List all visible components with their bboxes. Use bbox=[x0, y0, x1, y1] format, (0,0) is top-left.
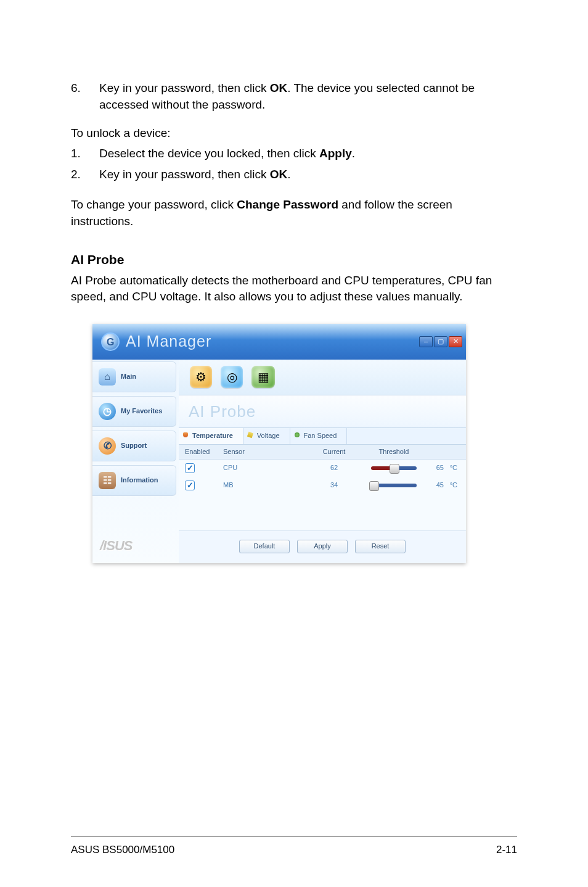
unlock-intro: To unlock a device: bbox=[71, 125, 517, 142]
u2-a: Key in your password, then click bbox=[99, 168, 270, 181]
window-title: AI Manager bbox=[126, 331, 211, 352]
apply-button[interactable]: Apply bbox=[297, 540, 348, 553]
change-bold: Change Password bbox=[237, 198, 338, 211]
tabs: Temperature Voltage Fan Speed bbox=[179, 427, 466, 444]
reset-button[interactable]: Reset bbox=[355, 540, 406, 553]
reset-button-label: Reset bbox=[372, 542, 390, 551]
threshold-slider-cpu[interactable] bbox=[371, 466, 417, 470]
table-row: MB 34 45 °C bbox=[179, 477, 466, 494]
tab-temperature[interactable]: Temperature bbox=[179, 428, 243, 444]
sidebar-item-support[interactable]: ✆ Support bbox=[92, 431, 176, 461]
u1-bold: Apply bbox=[319, 147, 352, 160]
panel-title: AI Probe bbox=[179, 395, 466, 427]
col-current: Current bbox=[297, 447, 371, 456]
current-cpu: 62 bbox=[297, 463, 371, 472]
support-icon: ✆ bbox=[99, 437, 116, 455]
sidebar-label-support: Support bbox=[121, 441, 147, 450]
tab-voltage-label: Voltage bbox=[257, 432, 280, 439]
ai-manager-window: AI Manager – ▢ ✕ ⌂ Main ◷ My Favorites ✆… bbox=[92, 324, 466, 563]
sensor-cpu: CPU bbox=[223, 463, 297, 472]
u2-b: . bbox=[287, 168, 290, 181]
step-6-text: Key in your password, then click OK. The… bbox=[99, 80, 517, 113]
toolbar-icon-3[interactable]: ▦ bbox=[251, 366, 275, 388]
apply-button-label: Apply bbox=[314, 542, 331, 551]
threshold-value-mb: 45 bbox=[417, 481, 444, 490]
tab-voltage[interactable]: Voltage bbox=[243, 428, 290, 444]
sidebar: ⌂ Main ◷ My Favorites ✆ Support ☷ Inform… bbox=[92, 360, 179, 563]
step-6-number: 6. bbox=[71, 80, 99, 113]
unlock-step-2-number: 2. bbox=[71, 167, 99, 183]
close-button[interactable]: ✕ bbox=[449, 336, 462, 347]
current-mb: 34 bbox=[297, 481, 371, 490]
table-row: CPU 62 65 °C bbox=[179, 460, 466, 477]
change-a: To change your password, click bbox=[71, 198, 237, 211]
enabled-checkbox-cpu[interactable] bbox=[185, 463, 195, 473]
window-controls: – ▢ ✕ bbox=[419, 336, 462, 347]
u2-bold: OK bbox=[270, 168, 288, 181]
unit-mb: °C bbox=[444, 481, 457, 490]
toolbar-icon-1[interactable]: ⚙ bbox=[190, 366, 212, 388]
u1-a: Deselect the device you locked, then cli… bbox=[99, 147, 319, 160]
step-6: 6. Key in your password, then click OK. … bbox=[71, 80, 517, 113]
section-description: AI Probe automatically detects the mothe… bbox=[71, 273, 517, 305]
sidebar-item-favorites[interactable]: ◷ My Favorites bbox=[92, 396, 176, 427]
sidebar-label-favorites: My Favorites bbox=[121, 406, 162, 416]
tab-fan-speed[interactable]: Fan Speed bbox=[290, 428, 348, 444]
unlock-step-1-number: 1. bbox=[71, 146, 99, 162]
col-sensor: Sensor bbox=[223, 447, 297, 456]
unlock-step-1: 1. Deselect the device you locked, then … bbox=[71, 146, 517, 162]
col-threshold: Threshold bbox=[371, 447, 417, 456]
table-header: Enabled Sensor Current Threshold bbox=[179, 445, 466, 460]
sensor-mb: MB bbox=[223, 481, 297, 490]
info-icon: ☷ bbox=[99, 472, 116, 489]
brand-logo: /ISUS bbox=[92, 526, 179, 563]
unit-cpu: °C bbox=[444, 463, 457, 472]
sidebar-item-main[interactable]: ⌂ Main bbox=[92, 361, 176, 392]
enabled-checkbox-mb[interactable] bbox=[185, 481, 195, 490]
sidebar-label-main: Main bbox=[121, 372, 136, 381]
tab-temperature-label: Temperature bbox=[192, 432, 233, 439]
step-6-bold: OK bbox=[270, 81, 288, 94]
main-panel: ⚙ ◎ ▦ AI Probe Temperature Voltage Fan S… bbox=[179, 360, 466, 563]
unlock-step-2: 2. Key in your password, then click OK. bbox=[71, 167, 517, 183]
change-password-paragraph: To change your password, click Change Pa… bbox=[71, 197, 517, 229]
footer-left: ASUS BS5000/M5100 bbox=[71, 843, 174, 857]
col-enabled: Enabled bbox=[185, 447, 223, 456]
section-heading: AI Probe bbox=[71, 250, 517, 268]
app-logo-icon bbox=[101, 332, 120, 351]
toolbar: ⚙ ◎ ▦ bbox=[179, 360, 466, 395]
unlock-step-2-text: Key in your password, then click OK. bbox=[99, 167, 517, 183]
default-button-label: Default bbox=[254, 542, 276, 551]
action-button-row: Default Apply Reset bbox=[179, 530, 466, 563]
home-icon: ⌂ bbox=[99, 368, 116, 386]
minimize-button[interactable]: – bbox=[419, 336, 433, 347]
step-6-text-a: Key in your password, then click bbox=[99, 81, 270, 94]
maximize-button[interactable]: ▢ bbox=[434, 336, 447, 347]
toolbar-icon-2[interactable]: ◎ bbox=[221, 366, 243, 388]
clock-icon: ◷ bbox=[99, 403, 116, 420]
footer-right: 2-11 bbox=[496, 843, 517, 857]
tab-fan-label: Fan Speed bbox=[304, 432, 337, 439]
sidebar-item-information[interactable]: ☷ Information bbox=[92, 465, 176, 496]
window-titlebar: AI Manager – ▢ ✕ bbox=[92, 324, 466, 360]
u1-b: . bbox=[352, 147, 355, 160]
default-button[interactable]: Default bbox=[239, 540, 290, 553]
threshold-value-cpu: 65 bbox=[417, 463, 444, 472]
threshold-slider-mb[interactable] bbox=[371, 484, 417, 487]
page-footer: ASUS BS5000/M5100 2-11 bbox=[71, 836, 517, 857]
unlock-step-1-text: Deselect the device you locked, then cli… bbox=[99, 146, 517, 162]
sidebar-label-information: Information bbox=[121, 476, 158, 485]
